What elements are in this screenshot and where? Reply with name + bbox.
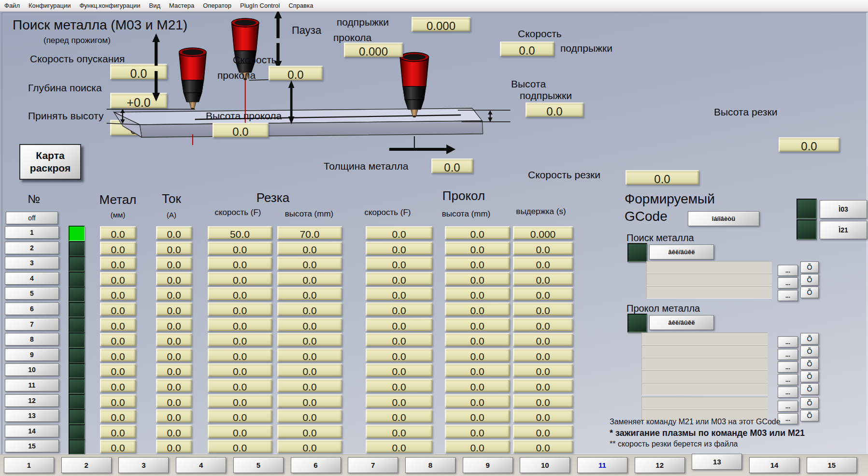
- row-select-button[interactable]: 9: [5, 348, 59, 361]
- tab-button-12[interactable]: 12: [635, 457, 685, 473]
- gcode-line-field[interactable]: [641, 332, 768, 345]
- pierce-speed-field[interactable]: 0.0: [366, 409, 432, 422]
- tab-button-15[interactable]: 15: [807, 457, 857, 473]
- dwell-field[interactable]: 0.0: [513, 440, 573, 453]
- metal-field[interactable]: 0.0: [100, 318, 136, 331]
- off-button[interactable]: off: [6, 212, 58, 224]
- row-select-button[interactable]: 1: [5, 226, 59, 239]
- dwell-field[interactable]: 0.0: [513, 363, 573, 376]
- cut-height-field[interactable]: 0.0: [277, 348, 342, 361]
- pierce-height-field[interactable]: 0.0: [445, 318, 510, 331]
- metal-field[interactable]: 0.0: [100, 333, 136, 346]
- descent-speed-field[interactable]: 0.0: [110, 64, 167, 79]
- browse-button[interactable]: ...: [778, 349, 798, 360]
- metal-field[interactable]: 0.0: [100, 425, 136, 438]
- clear-button[interactable]: Õ: [800, 274, 819, 286]
- pierce-height-field[interactable]: 0.0: [445, 333, 510, 346]
- browse-button[interactable]: ...: [778, 374, 798, 385]
- dwell-field[interactable]: 0.0: [513, 287, 573, 300]
- metal-field[interactable]: 0.0: [100, 303, 136, 316]
- browse-button[interactable]: ...: [778, 277, 798, 288]
- current-field[interactable]: 0.0: [156, 333, 192, 346]
- cut-speed-field[interactable]: 0.0: [208, 287, 272, 300]
- current-field[interactable]: 0.0: [156, 440, 192, 453]
- clear-button[interactable]: Õ: [800, 287, 819, 298]
- current-field[interactable]: 0.0: [156, 348, 192, 361]
- menu-item[interactable]: PlugIn Control: [236, 2, 284, 9]
- thickness-field[interactable]: 0.0: [431, 159, 473, 173]
- pierce-height-field[interactable]: 0.0: [213, 123, 269, 137]
- current-field[interactable]: 0.0: [156, 409, 192, 422]
- current-field[interactable]: 0.0: [156, 242, 192, 255]
- pierce-height-field[interactable]: 0.0: [445, 425, 510, 438]
- jump-height-field[interactable]: 0.0: [526, 102, 583, 117]
- gcode-line-field[interactable]: [641, 370, 768, 383]
- clear-button[interactable]: Õ: [800, 261, 819, 273]
- pierce-height-field[interactable]: 0.0: [445, 272, 510, 285]
- menu-item[interactable]: Мастера: [165, 2, 199, 9]
- pierce-height-field[interactable]: 0.0: [445, 409, 510, 422]
- row-indicator[interactable]: [69, 287, 85, 302]
- pierce-speed-field[interactable]: 0.0: [366, 287, 432, 300]
- row-select-button[interactable]: 12: [5, 394, 59, 407]
- m21-indicator[interactable]: [797, 219, 817, 240]
- pierce-speed-field[interactable]: 0.0: [366, 272, 432, 285]
- metal-field[interactable]: 0.0: [100, 226, 136, 239]
- cut-height-field[interactable]: 0.0: [277, 287, 342, 300]
- pierce-height-field[interactable]: 0.0: [445, 440, 510, 453]
- metal-field[interactable]: 0.0: [100, 363, 136, 376]
- row-select-button[interactable]: 6: [5, 303, 59, 315]
- row-indicator[interactable]: [69, 424, 85, 440]
- tab-button-10[interactable]: 10: [520, 457, 570, 473]
- cut-speed-field[interactable]: 0.0: [208, 318, 272, 331]
- row-select-button[interactable]: 5: [5, 287, 59, 300]
- tab-button-4[interactable]: 4: [176, 457, 226, 473]
- row-indicator[interactable]: [69, 256, 85, 272]
- m03-button[interactable]: Ì03: [820, 200, 867, 218]
- gcode-line-field[interactable]: [641, 383, 768, 395]
- current-field[interactable]: 0.0: [156, 272, 192, 285]
- dwell-field[interactable]: 0.0: [513, 272, 573, 285]
- pierce-speed-field[interactable]: 0.0: [366, 348, 432, 361]
- row-indicator[interactable]: [69, 272, 85, 287]
- cut-speed-field[interactable]: 0.0: [208, 409, 272, 422]
- tab-button-1[interactable]: 1: [4, 457, 54, 473]
- cut-height-field[interactable]: 0.0: [277, 409, 342, 422]
- tab-button-11[interactable]: 11: [577, 457, 627, 473]
- cut-speed-field[interactable]: 0.0: [208, 348, 272, 361]
- menu-item[interactable]: Функц.конфигурации: [75, 2, 144, 9]
- cut-speed-field[interactable]: 0.0: [208, 440, 272, 453]
- dwell-field[interactable]: 0.0: [513, 318, 573, 331]
- dwell-field[interactable]: 0.0: [513, 409, 573, 422]
- pierce-height-field[interactable]: 0.0: [445, 303, 510, 316]
- row-indicator[interactable]: [69, 241, 85, 257]
- pierce-height-field[interactable]: 0.0: [445, 379, 510, 392]
- cut-height-field[interactable]: 0.0: [277, 318, 342, 331]
- cut-speed-field[interactable]: 50.0: [208, 226, 272, 239]
- tab-button-3[interactable]: 3: [118, 457, 169, 473]
- dwell-field[interactable]: 0.0: [513, 333, 573, 346]
- pierce-metal-indicator[interactable]: [627, 314, 647, 332]
- cut-speed-field[interactable]: 0.0: [208, 425, 272, 438]
- gcode-line-field[interactable]: [641, 345, 768, 358]
- pierce-speed-field[interactable]: 0.0: [366, 440, 432, 453]
- pierce-metal-toggle-button[interactable]: âêë/âûêë: [649, 315, 714, 330]
- pierce-height-field[interactable]: 0.0: [445, 257, 510, 270]
- cut-speed-field[interactable]: 0.0: [208, 363, 272, 376]
- menu-item[interactable]: Вид: [144, 2, 165, 9]
- cut-speed-field[interactable]: 0.0: [208, 379, 272, 392]
- current-field[interactable]: 0.0: [156, 379, 192, 392]
- current-field[interactable]: 0.0: [156, 303, 192, 316]
- row-indicator[interactable]: [69, 332, 85, 348]
- cut-height-field[interactable]: 0.0: [779, 137, 840, 152]
- pierce-height-field[interactable]: 0.0: [445, 287, 510, 300]
- pierce-height-field[interactable]: 0.0: [445, 348, 510, 361]
- current-field[interactable]: 0.0: [156, 425, 192, 438]
- row-select-button[interactable]: 15: [5, 440, 59, 452]
- row-select-button[interactable]: 13: [5, 409, 59, 422]
- clear-button[interactable]: Õ: [800, 383, 819, 395]
- pierce-speed-field[interactable]: 0.0: [366, 333, 432, 346]
- row-indicator[interactable]: [69, 439, 85, 455]
- pause-pierce-field[interactable]: 0.000: [344, 43, 403, 57]
- dwell-field[interactable]: 0.000: [513, 226, 573, 239]
